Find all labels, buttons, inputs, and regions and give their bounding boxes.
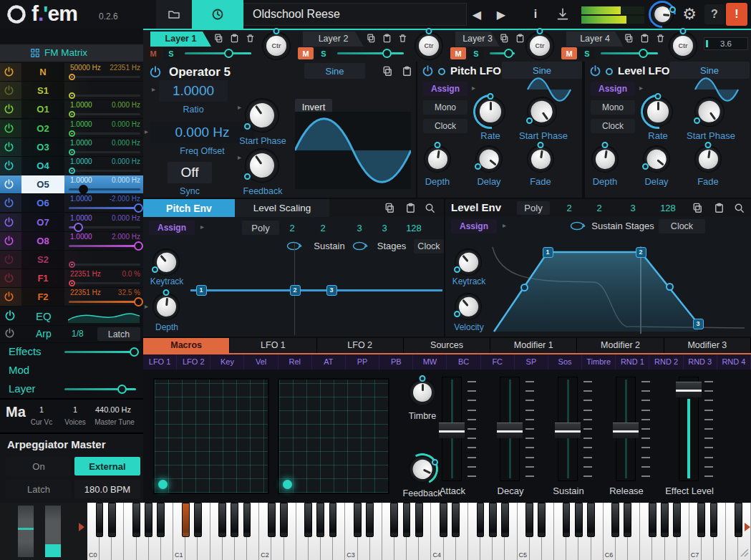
mod-source-button[interactable]: RND 4 xyxy=(717,354,751,370)
ratio-value[interactable]: 1.0000 xyxy=(70,195,92,203)
offset-value[interactable]: 0.000 Hz xyxy=(112,176,140,184)
pitch-wheel[interactable] xyxy=(18,506,34,557)
preset-name-field[interactable]: Oldschool Reese xyxy=(243,3,467,26)
start-phase-knob[interactable] xyxy=(246,99,278,132)
solo-button[interactable]: S xyxy=(163,47,179,59)
level-lfo-mono-button[interactable]: Mono xyxy=(591,100,635,115)
clock-tab[interactable] xyxy=(192,0,243,29)
arp-row[interactable]: Arp 1/8 Latch xyxy=(0,326,143,343)
offset-value[interactable]: 22351 Hz xyxy=(110,64,140,72)
pitch-lfo-delay-knob[interactable] xyxy=(476,146,502,172)
black-key[interactable] xyxy=(132,503,140,537)
env-value[interactable]: 2 xyxy=(309,221,337,235)
eq-row[interactable]: EQ xyxy=(0,307,143,326)
operator-label[interactable]: O7 xyxy=(21,213,64,231)
operator-label[interactable]: N xyxy=(21,63,64,81)
operator-power-icon[interactable] xyxy=(4,217,14,228)
sync-value[interactable]: Off xyxy=(168,162,212,183)
env-clock-button[interactable]: Clock xyxy=(659,219,705,233)
env-value[interactable]: 2 xyxy=(553,199,585,217)
folder-tab[interactable] xyxy=(156,0,192,29)
mute-button[interactable]: M xyxy=(145,47,161,59)
pitch-lfo-mono-button[interactable]: Mono xyxy=(423,100,467,115)
offset-value[interactable]: 0.000 Hz xyxy=(112,120,140,128)
layer-slider-handle[interactable] xyxy=(382,49,392,58)
black-key[interactable] xyxy=(231,503,238,537)
mod-source-button[interactable]: PB xyxy=(379,354,413,370)
black-key[interactable] xyxy=(673,503,681,537)
paste-icon[interactable] xyxy=(713,202,725,214)
black-key[interactable] xyxy=(268,503,276,537)
operator-power-icon[interactable] xyxy=(4,236,14,246)
mod-source-button[interactable]: SP xyxy=(515,354,548,370)
env-clock-button[interactable]: Clock xyxy=(414,239,444,254)
env-value[interactable]: 3 xyxy=(345,221,374,235)
level-slider-fill[interactable] xyxy=(69,301,138,303)
env-value[interactable]: 3 xyxy=(617,199,649,217)
operator-power-icon[interactable] xyxy=(4,85,14,96)
black-key[interactable] xyxy=(390,503,398,537)
fm-matrix-header[interactable]: FM Matrix xyxy=(0,44,143,62)
fm-matrix-row[interactable]: O51.00000.000 Hz xyxy=(0,175,143,194)
solo-button[interactable]: S xyxy=(579,47,595,59)
offset-value[interactable]: 0.000 Hz xyxy=(112,214,140,222)
zoom-icon[interactable] xyxy=(424,202,436,214)
black-key[interactable] xyxy=(354,503,362,537)
env-value[interactable]: 3 xyxy=(370,221,399,235)
pitch-lfo-power-icon[interactable] xyxy=(422,65,434,77)
paste-icon[interactable] xyxy=(404,202,417,214)
operator-power-icon[interactable] xyxy=(149,66,162,79)
fm-matrix-row[interactable]: S2 xyxy=(0,251,143,269)
level-slider-dot[interactable] xyxy=(69,149,75,155)
black-key[interactable] xyxy=(501,503,509,537)
xy-pad-cursor[interactable] xyxy=(283,480,292,489)
operator-label[interactable]: O3 xyxy=(21,138,64,156)
black-key[interactable] xyxy=(194,503,202,537)
level-slider-track[interactable] xyxy=(69,95,140,97)
pitch-lfo-assign-button[interactable]: Assign xyxy=(423,82,467,96)
env-value[interactable]: 128 xyxy=(399,221,428,235)
pitch-lfo-rate-knob[interactable] xyxy=(476,97,505,126)
paste-icon[interactable] xyxy=(639,33,650,44)
level-lfo-assign-button[interactable]: Assign xyxy=(591,82,635,96)
level-slider-track[interactable] xyxy=(69,113,140,115)
level-slider-track[interactable] xyxy=(69,282,140,284)
pitch-lfo-fade-knob[interactable] xyxy=(528,146,553,172)
ratio-value[interactable]: 1.0000 xyxy=(70,233,92,241)
env-value[interactable]: 128 xyxy=(652,199,684,217)
fm-matrix-row[interactable]: O71.00000.000 Hz xyxy=(0,213,143,232)
eq-power-icon[interactable] xyxy=(4,310,16,322)
black-key-highlighted[interactable] xyxy=(182,503,190,537)
env-poly-button[interactable]: Poly xyxy=(517,201,550,215)
ratio-value[interactable]: 50000 Hz xyxy=(70,64,101,72)
black-key[interactable] xyxy=(218,503,226,537)
mute-button[interactable]: M xyxy=(298,47,314,59)
layer-tab[interactable]: Layer 2 xyxy=(303,32,364,47)
mod-tab-lfo-1[interactable]: LFO 1 xyxy=(230,338,316,353)
black-key[interactable] xyxy=(735,503,742,537)
level-slider-dot[interactable] xyxy=(69,261,75,268)
black-key[interactable] xyxy=(415,503,423,537)
fm-matrix-row[interactable]: O41.00000.000 Hz xyxy=(0,157,143,175)
fm-matrix-row[interactable]: F122351 Hz0.0 % xyxy=(0,269,143,288)
env-node[interactable]: 2 xyxy=(290,285,301,296)
loop-sustain-icon[interactable] xyxy=(568,221,587,231)
layer-tab[interactable]: Layer 4 xyxy=(566,32,624,47)
ratio-value[interactable]: 1.0000 xyxy=(70,176,92,184)
fm-matrix-row[interactable]: O21.00000.000 Hz xyxy=(0,120,143,138)
fader-handle[interactable] xyxy=(676,382,702,397)
fm-matrix-row[interactable]: S1 xyxy=(0,82,143,100)
layer-level-knob[interactable]: Ctr xyxy=(526,32,553,59)
env-value[interactable]: 2 xyxy=(278,221,306,235)
xy-pad-2[interactable] xyxy=(278,378,389,494)
pitch-lfo-retrig-dot[interactable] xyxy=(438,68,445,75)
level-slider-dot[interactable] xyxy=(69,280,75,286)
mod-wheel[interactable] xyxy=(45,506,61,557)
offset-value[interactable]: 0.000 Hz xyxy=(112,158,140,165)
operator-power-icon[interactable] xyxy=(4,142,14,153)
black-key[interactable] xyxy=(96,503,104,537)
mod-tab-modifier-3[interactable]: Modifier 3 xyxy=(664,338,751,353)
mod-source-button[interactable]: Sos xyxy=(548,354,582,370)
ratio-value[interactable]: 1.0000 xyxy=(159,80,228,102)
mod-source-button[interactable]: LFO 1 xyxy=(143,354,177,370)
